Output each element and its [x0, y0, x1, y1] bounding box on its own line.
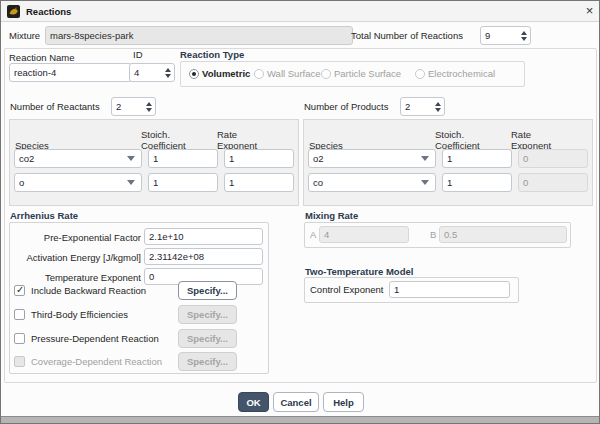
radio-particle-surface-label: Particle Surface [334, 68, 401, 79]
products-col-exponent: Rate Exponent [511, 129, 567, 151]
reactant-coeff-value: 1 [153, 177, 158, 188]
temperature-exponent-value: 0 [149, 271, 154, 282]
number-of-reactants-spinner[interactable]: 2 [111, 97, 156, 116]
product-species-dropdown[interactable]: co [308, 173, 436, 192]
mixing-rate-b-input: 0.5 [439, 226, 567, 243]
product-coeff-input[interactable]: 1 [442, 149, 512, 168]
pressure-dependent-checkbox[interactable] [14, 333, 25, 344]
number-of-reactants-label: Number of Reactants [10, 101, 100, 112]
pre-exponential-factor-value: 2.1e+10 [149, 231, 184, 242]
mixing-rate-b-value: 0.5 [444, 229, 457, 240]
reactant-species-dropdown[interactable]: co2 [14, 149, 142, 168]
include-backward-reaction-checkbox[interactable] [14, 285, 25, 296]
ok-button[interactable]: OK [238, 392, 269, 412]
spinner-arrows-icon[interactable] [521, 31, 527, 41]
radio-volumetric-label[interactable]: Volumetric [202, 68, 250, 79]
reactant-exponent-input[interactable]: 1 [224, 173, 294, 192]
window-resize-strip [1, 416, 599, 424]
number-of-products-label: Number of Products [304, 101, 388, 112]
product-species-value: o2 [313, 153, 324, 164]
radio-wall-surface [254, 69, 264, 79]
mixing-rate-a-input: 4 [319, 226, 409, 243]
mixture-value: mars-8species-park [50, 30, 133, 41]
specify-button-label: Specify... [187, 309, 228, 320]
reactants-col-coefficient: Stoich. Coefficient [141, 129, 203, 151]
product-coeff-input[interactable]: 1 [442, 173, 512, 192]
radio-wall-surface-label: Wall Surface [267, 68, 321, 79]
specify-backward-button[interactable]: Specify... [178, 281, 237, 300]
ok-button-label: OK [246, 397, 260, 408]
spinner-arrows-icon[interactable] [146, 102, 152, 112]
pre-exponential-factor-label: Pre-Exponential Factor [9, 232, 141, 243]
reaction-id-label: ID [133, 49, 143, 60]
reactions-dialog: Reactions × Mixture mars-8species-park T… [0, 0, 600, 424]
spinner-arrows-icon[interactable] [165, 68, 171, 78]
products-panel: Species Stoich. Coefficient Rate Exponen… [303, 119, 593, 206]
radio-electrochemical-label: Electrochemical [428, 68, 495, 79]
cancel-button-label: Cancel [280, 397, 311, 408]
third-body-efficiencies-checkbox[interactable] [14, 309, 25, 320]
specify-third-body-button: Specify... [178, 305, 237, 324]
activation-energy-label: Activation Energy [J/kgmol] [9, 252, 141, 263]
third-body-efficiencies-label[interactable]: Third-Body Efficiencies [31, 309, 128, 320]
pre-exponential-factor-input[interactable]: 2.1e+10 [144, 228, 263, 245]
reactant-exponent-value: 1 [229, 177, 234, 188]
chevron-down-icon [127, 180, 135, 185]
dialog-title: Reactions [26, 6, 71, 17]
mixture-label: Mixture [9, 30, 40, 41]
total-reactions-value: 9 [485, 30, 490, 41]
product-exponent-value: 0 [523, 177, 528, 188]
reactant-species-value: co2 [19, 153, 34, 164]
product-species-value: co [313, 177, 323, 188]
control-exponent-value: 1 [394, 284, 399, 295]
product-coeff-value: 1 [447, 153, 452, 164]
spinner-arrows-icon[interactable] [435, 102, 441, 112]
cancel-button[interactable]: Cancel [273, 392, 319, 412]
number-of-reactants-value: 2 [116, 101, 121, 112]
reactant-exponent-input[interactable]: 1 [224, 149, 294, 168]
arrhenius-rate-title: Arrhenius Rate [10, 210, 78, 221]
specify-button-label: Specify... [187, 285, 228, 296]
two-temperature-title: Two-Temperature Model [305, 266, 413, 277]
reactant-coeff-value: 1 [153, 153, 158, 164]
product-coeff-value: 1 [447, 177, 452, 188]
reaction-name-value: reaction-4 [14, 67, 56, 78]
reactant-coeff-input[interactable]: 1 [148, 149, 218, 168]
specify-coverage-button: Specify... [178, 352, 237, 371]
radio-volumetric[interactable] [189, 69, 199, 79]
mixing-rate-b-label: B [430, 229, 436, 240]
temperature-exponent-label: Temperature Exponent [9, 272, 141, 283]
reactions-app-icon [7, 5, 20, 18]
reaction-name-label: Reaction Name [9, 52, 74, 63]
reaction-type-label: Reaction Type [180, 49, 244, 60]
mixing-rate-a-label: A [310, 229, 316, 240]
chevron-down-icon [421, 180, 429, 185]
pressure-dependent-label[interactable]: Pressure-Dependent Reaction [31, 333, 159, 344]
control-exponent-input[interactable]: 1 [389, 281, 510, 298]
help-button[interactable]: Help [323, 392, 364, 412]
close-icon[interactable]: × [582, 3, 597, 19]
reactant-species-dropdown[interactable]: o [14, 173, 142, 192]
product-species-dropdown[interactable]: o2 [308, 149, 436, 168]
reactants-col-exponent: Rate Exponent [217, 129, 273, 151]
title-bar: Reactions × [1, 1, 599, 22]
help-button-label: Help [333, 397, 354, 408]
reactant-coeff-input[interactable]: 1 [148, 173, 218, 192]
mixing-rate-a-value: 4 [324, 229, 329, 240]
activation-energy-input[interactable]: 2.31142e+08 [144, 248, 263, 265]
coverage-dependent-label: Coverage-Dependent Reaction [31, 356, 162, 367]
radio-electrochemical [415, 69, 425, 79]
reaction-id-spinner[interactable]: 4 [129, 63, 175, 82]
chevron-down-icon [421, 156, 429, 161]
product-exponent-input: 0 [518, 173, 588, 192]
number-of-products-spinner[interactable]: 2 [400, 97, 445, 116]
product-exponent-input: 0 [518, 149, 588, 168]
total-reactions-spinner[interactable]: 9 [480, 26, 531, 45]
control-exponent-label: Control Exponent [310, 284, 383, 295]
chevron-down-icon [127, 156, 135, 161]
reactant-exponent-value: 1 [229, 153, 234, 164]
include-backward-reaction-label[interactable]: Include Backward Reaction [31, 285, 146, 296]
reaction-name-input[interactable]: reaction-4 [9, 63, 132, 82]
coverage-dependent-checkbox [14, 356, 25, 367]
products-col-coefficient: Stoich. Coefficient [435, 129, 497, 151]
